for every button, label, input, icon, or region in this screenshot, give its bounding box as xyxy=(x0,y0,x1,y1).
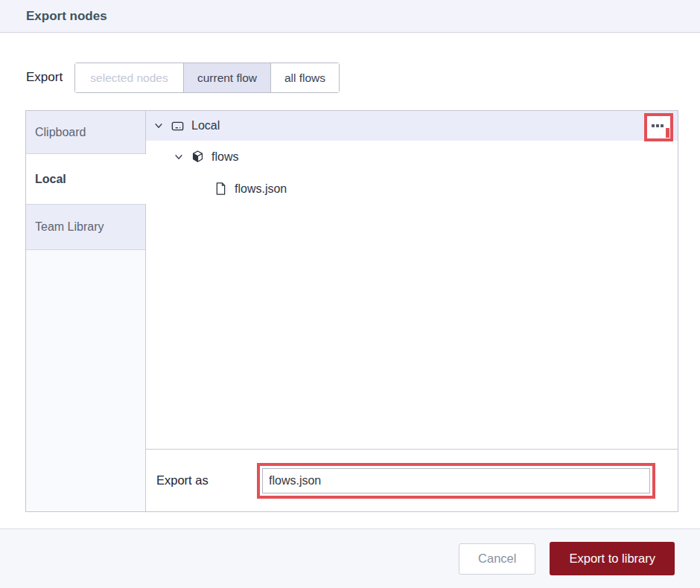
tree-row-local[interactable]: Local xyxy=(146,111,678,141)
annotation-redbar xyxy=(666,128,669,138)
sidebar-tab-clipboard[interactable]: Clipboard xyxy=(26,111,145,154)
hard-drive-icon xyxy=(171,119,185,133)
annotation-highlight-filename xyxy=(257,463,655,499)
file-icon xyxy=(214,182,228,196)
tree-row-label: Local xyxy=(191,119,220,132)
library-tree-panel: Local flows flows.json xyxy=(146,111,678,511)
sidebar-tab-local[interactable]: Local xyxy=(26,154,146,205)
export-filename-input[interactable] xyxy=(262,468,650,493)
export-as-label: Export as xyxy=(156,473,209,488)
dialog-footer: Cancel Export to library xyxy=(0,528,700,588)
dialog-header: Export nodes xyxy=(0,0,700,33)
export-scope-toggle-group: selected nodes current flow all flows xyxy=(74,63,340,93)
tree-row-label: flows.json xyxy=(235,182,287,196)
sidebar-tab-label: Team Library xyxy=(35,220,104,234)
tree-row-flows-json[interactable]: flows.json xyxy=(146,173,678,205)
tree-row-label: flows xyxy=(211,150,238,164)
library-panel: Clipboard Local Team Library Local xyxy=(25,110,678,512)
export-to-library-button[interactable]: Export to library xyxy=(550,542,675,575)
chevron-down-icon[interactable] xyxy=(174,152,184,162)
sidebar-tab-team-library[interactable]: Team Library xyxy=(26,205,145,250)
sidebar-tab-label: Local xyxy=(35,173,66,186)
library-sidebar: Clipboard Local Team Library xyxy=(26,111,146,511)
ellipsis-icon xyxy=(652,124,664,127)
package-icon xyxy=(191,150,205,164)
export-nodes-dialog: Export nodes Export selected nodes curre… xyxy=(0,0,700,588)
annotation-highlight-menu xyxy=(644,113,673,141)
cancel-button[interactable]: Cancel xyxy=(459,543,535,575)
sidebar-tab-label: Clipboard xyxy=(35,126,86,139)
scope-all-flows-button[interactable]: all flows xyxy=(271,63,339,92)
scope-selected-nodes-button[interactable]: selected nodes xyxy=(75,63,184,92)
tree-row-flows[interactable]: flows xyxy=(146,141,678,173)
export-as-bar: Export as xyxy=(146,449,678,511)
scope-current-flow-button[interactable]: current flow xyxy=(184,63,271,92)
chevron-down-icon[interactable] xyxy=(153,121,164,131)
export-scope-label: Export xyxy=(26,70,63,85)
library-menu-button[interactable] xyxy=(647,116,670,138)
dialog-title: Export nodes xyxy=(26,9,107,24)
